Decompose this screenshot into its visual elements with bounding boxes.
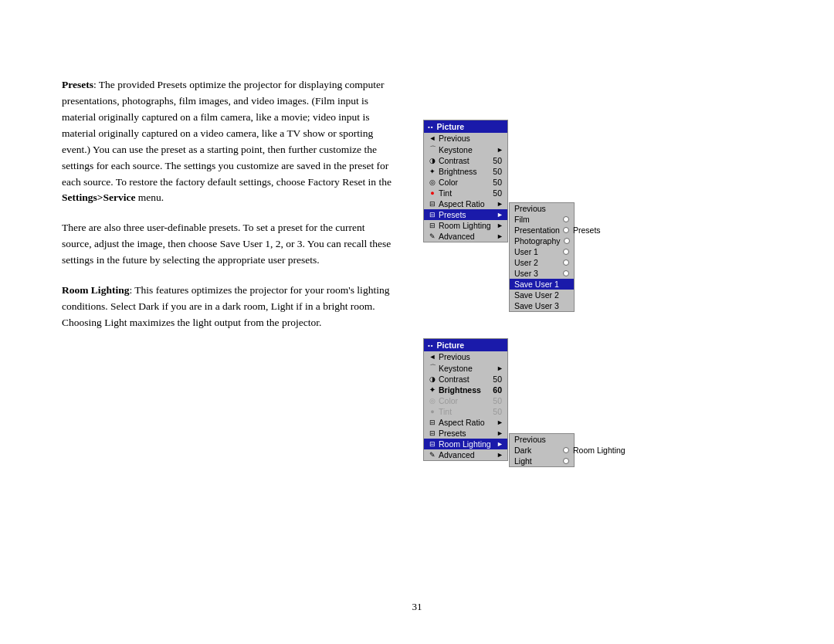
- user1-radio[interactable]: [563, 249, 569, 255]
- settings-service-end: menu.: [135, 192, 164, 203]
- page-content: Presets: The provided Presets optimize t…: [62, 77, 394, 345]
- menu2-submenu: Previous Dark Light: [509, 433, 575, 467]
- m2-arrow-icon: ►: [497, 364, 503, 372]
- arrow-icon3: ►: [497, 211, 503, 219]
- previous-icon: ◄: [428, 134, 437, 142]
- menu1-item-color[interactable]: ◎Color 50: [424, 177, 507, 188]
- m2-presets-icon: ⊟: [428, 429, 437, 437]
- menu2-item-color: ◎Color 50: [424, 395, 507, 406]
- menu1-item-contrast[interactable]: ◑Contrast 50: [424, 155, 507, 166]
- user2-radio[interactable]: [563, 259, 569, 266]
- settings-service: Settings>Service: [62, 192, 135, 203]
- presets-paragraph2: There are also three user-definable pres…: [62, 220, 394, 269]
- page-number: 31: [412, 601, 422, 613]
- room-lighting-icon: ⊟: [428, 222, 437, 229]
- menu1-title: •• Picture: [424, 120, 507, 133]
- menu2-item-contrast[interactable]: ◑Contrast 50: [424, 374, 507, 385]
- film-radio[interactable]: [563, 216, 569, 222]
- m2-aspect-ratio-icon: ⊟: [428, 419, 437, 426]
- menu1-item-previous[interactable]: ◄Previous: [424, 133, 507, 144]
- submenu1-film[interactable]: Film: [510, 214, 574, 225]
- presets-body2: There are also three user-definable pres…: [62, 222, 391, 266]
- dark-radio[interactable]: [563, 447, 569, 453]
- menu1-submenu: Previous Film Presentation Photography U…: [509, 202, 575, 312]
- m2-arrow-icon4: ►: [497, 440, 503, 448]
- submenu1-photography[interactable]: Photography: [510, 236, 574, 246]
- submenu2-dark[interactable]: Dark: [510, 445, 574, 456]
- menu2-item-room-lighting[interactable]: ⊟Room Lighting ►: [424, 439, 507, 449]
- menu1-title-text: Picture: [437, 122, 465, 131]
- keystone-icon: ⌒: [428, 144, 437, 154]
- brightness-icon: ✦: [428, 168, 437, 175]
- m2-arrow-icon5: ►: [497, 451, 503, 459]
- arrow-icon4: ►: [497, 222, 503, 229]
- advanced-icon: ✎: [428, 232, 437, 240]
- menu1-item-aspect-ratio[interactable]: ⊟Aspect Ratio ►: [424, 198, 507, 209]
- submenu1-user1[interactable]: User 1: [510, 246, 574, 257]
- menu1-box: •• Picture ◄Previous ⌒Keystone ► ◑Contra…: [423, 120, 508, 242]
- menu2-title: •• Picture: [424, 339, 507, 351]
- menu2-item-previous[interactable]: ◄Previous: [424, 351, 507, 362]
- submenu1-presentation[interactable]: Presentation: [510, 225, 574, 236]
- menu2-item-presets[interactable]: ⊟Presets ►: [424, 428, 507, 439]
- m2-advanced-icon: ✎: [428, 451, 437, 459]
- light-radio[interactable]: [563, 458, 569, 464]
- m2-color-icon: ◎: [428, 397, 437, 405]
- menu2-item-brightness[interactable]: ✦Brightness 60: [424, 385, 507, 395]
- presets-title: Presets: [62, 79, 93, 90]
- submenu1-previous[interactable]: Previous: [510, 203, 574, 214]
- aspect-ratio-icon: ⊟: [428, 200, 437, 208]
- room-lighting-paragraph: Room Lighting: This features optimizes t…: [62, 283, 394, 331]
- presets-label: Presets: [573, 225, 601, 235]
- presets-icon: ⊟: [428, 211, 437, 219]
- submenu1-user3[interactable]: User 3: [510, 268, 574, 279]
- menu1-item-brightness[interactable]: ✦Brightness 50: [424, 166, 507, 177]
- menu1-item-room-lighting[interactable]: ⊟Room Lighting ►: [424, 220, 507, 231]
- user3-radio[interactable]: [563, 270, 569, 276]
- submenu1-save-user3[interactable]: Save User 3: [510, 300, 574, 311]
- submenu1-user2[interactable]: User 2: [510, 257, 574, 268]
- m2-tint-icon: ●: [428, 408, 437, 415]
- menu2-title-text: Picture: [437, 341, 465, 350]
- menu2-item-keystone[interactable]: ⌒Keystone ►: [424, 362, 507, 374]
- m2-room-lighting-icon: ⊟: [428, 440, 437, 448]
- tint-icon: ●: [428, 189, 437, 197]
- menu1-item-keystone[interactable]: ⌒Keystone ►: [424, 144, 507, 155]
- m2-arrow-icon2: ►: [497, 419, 503, 426]
- submenu1-save-user2[interactable]: Save User 2: [510, 290, 574, 300]
- menu2-item-aspect-ratio[interactable]: ⊟Aspect Ratio ►: [424, 417, 507, 428]
- contrast-icon: ◑: [428, 157, 437, 164]
- arrow-icon5: ►: [497, 232, 503, 240]
- presets-body: : The provided Presets optimize the proj…: [62, 79, 392, 188]
- m2-brightness-icon: ✦: [428, 386, 437, 394]
- submenu1-save-user1[interactable]: Save User 1: [510, 279, 574, 290]
- arrow-icon2: ►: [497, 200, 503, 208]
- m2-previous-icon: ◄: [428, 353, 437, 361]
- menu1-dots: ••: [428, 124, 434, 130]
- presets-paragraph: Presets: The provided Presets optimize t…: [62, 77, 394, 206]
- menu1-container: •• Picture ◄Previous ⌒Keystone ► ◑Contra…: [423, 120, 508, 242]
- photography-radio[interactable]: [564, 238, 570, 244]
- m2-contrast-icon: ◑: [428, 375, 437, 383]
- presentation-radio[interactable]: [563, 227, 569, 233]
- room-lighting-label: Room Lighting: [573, 446, 626, 455]
- arrow-icon: ►: [497, 146, 503, 154]
- menu2-item-advanced[interactable]: ✎Advanced ►: [424, 449, 507, 460]
- submenu2-previous[interactable]: Previous: [510, 434, 574, 445]
- color-icon: ◎: [428, 178, 437, 186]
- menu1-item-presets[interactable]: ⊟Presets ►: [424, 209, 507, 220]
- menu1-item-advanced[interactable]: ✎Advanced ►: [424, 231, 507, 242]
- menu1-item-tint[interactable]: ●Tint 50: [424, 188, 507, 198]
- menu2-container: •• Picture ◄Previous ⌒Keystone ► ◑Contra…: [423, 338, 508, 461]
- submenu2-light[interactable]: Light: [510, 456, 574, 466]
- menu2-dots: ••: [428, 342, 434, 349]
- m2-keystone-icon: ⌒: [428, 363, 437, 373]
- menu2-item-tint: ●Tint 50: [424, 406, 507, 417]
- menu2-box: •• Picture ◄Previous ⌒Keystone ► ◑Contra…: [423, 338, 508, 461]
- room-lighting-title: Room Lighting: [62, 284, 129, 296]
- m2-arrow-icon3: ►: [497, 429, 503, 437]
